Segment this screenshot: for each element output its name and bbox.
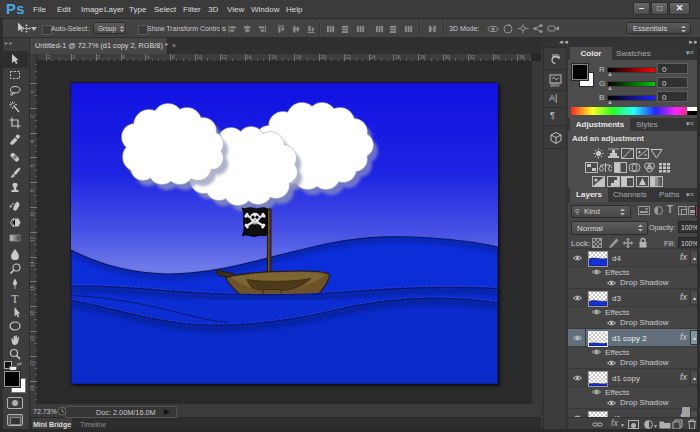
svg-text:T: T [11,292,19,304]
svg-text:WAV: WAV [550,83,560,87]
